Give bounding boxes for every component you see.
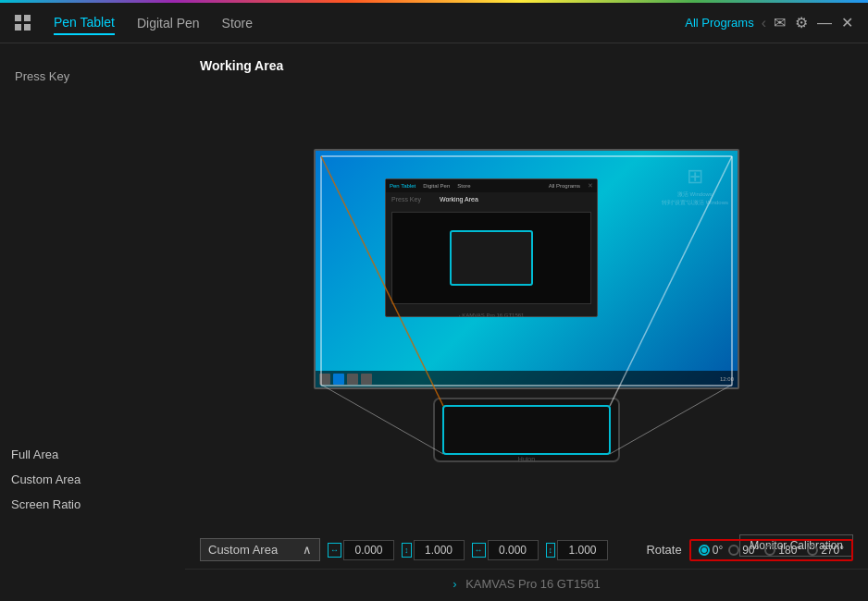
rotate-90-label: 90° <box>742 544 759 557</box>
apps-grid-icon[interactable] <box>15 15 31 31</box>
bottom-controls: Custom Area ∧ ↔ ↕ ↔ ↕ Rotate <box>185 538 868 569</box>
area-options-list: Full Area Custom Area Screen Ratio <box>0 442 185 517</box>
rotate-90-option[interactable]: 90° <box>728 544 759 557</box>
rotate-section: Rotate 0° 90° 180° <box>646 539 853 561</box>
coord-group-x2: ↔ <box>472 540 539 560</box>
coord-y1-icon: ↕ <box>402 543 412 558</box>
monitor-screen: ⊞ 激活 Windows转到"设置"以激活 Windows Pen Tablet… <box>314 149 739 389</box>
inner-close: ✕ <box>588 182 593 190</box>
windows-logo-area: ⊞ 激活 Windows转到"设置"以激活 Windows <box>662 165 728 207</box>
rotate-0-radio <box>699 545 710 556</box>
rotate-180-option[interactable]: 180° <box>764 544 801 557</box>
device-chevron-icon: › <box>453 577 456 591</box>
coord-x1-input[interactable] <box>343 540 394 560</box>
settings-icon[interactable]: ⚙ <box>795 14 808 31</box>
minimize-icon[interactable]: — <box>817 15 832 31</box>
inner-press-key: Press Key <box>391 196 421 202</box>
rotate-180-label: 180° <box>778 544 801 557</box>
svg-rect-1 <box>443 406 610 454</box>
rotate-0-option[interactable]: 0° <box>699 544 723 557</box>
sidebar-press-key[interactable]: Press Key <box>0 62 185 91</box>
rotate-90-radio <box>728 545 739 556</box>
taskbar-icon-1 <box>319 374 330 385</box>
area-option-custom1[interactable]: Custom Area <box>0 467 185 492</box>
chevron-left-icon[interactable]: ‹ <box>762 15 766 31</box>
coord-y2-icon: ↕ <box>546 543 556 558</box>
inner-section: Press Key Working Area <box>386 192 597 206</box>
coord-x1-icon: ↔ <box>328 543 341 558</box>
header-right: All Programs ‹ ✉ ⚙ — ✕ <box>685 14 853 31</box>
nav-digital-pen[interactable]: Digital Pen <box>137 12 200 34</box>
rotate-180-radio <box>764 545 775 556</box>
inner-device-name: › KAMVAS Pro 16 GT1561 <box>386 310 597 321</box>
svg-rect-0 <box>434 399 619 461</box>
main-layout: Press Key Full Area Custom Area Screen R… <box>0 43 868 598</box>
inner-nav-store: Store <box>457 183 470 189</box>
rotate-270-radio <box>807 545 818 556</box>
taskbar-icon-2 <box>333 374 344 385</box>
coord-y2-input[interactable] <box>557 540 608 560</box>
inner-working-area: Working Area <box>440 196 478 202</box>
monitor-taskbar: 12:00 <box>316 371 738 387</box>
inner-tablet-icon <box>450 230 533 286</box>
coord-x2-icon: ↔ <box>472 543 486 558</box>
inner-app-body <box>391 212 591 304</box>
chevron-up-icon: ∧ <box>303 543 312 557</box>
email-icon[interactable]: ✉ <box>774 14 786 31</box>
taskbar-icon-3 <box>347 374 358 385</box>
coord-group-x1: ↔ <box>328 540 394 560</box>
working-area-header: Working Area <box>185 43 868 73</box>
rotate-0-label: 0° <box>713 544 723 557</box>
nav-pen-tablet[interactable]: Pen Tablet <box>54 11 115 35</box>
coord-y1-input[interactable] <box>414 540 465 560</box>
header-icons: ✉ ⚙ — ✕ <box>774 14 853 31</box>
rotate-270-option[interactable]: 270° <box>807 544 844 557</box>
all-programs-label[interactable]: All Programs <box>685 16 753 30</box>
rotate-label: Rotate <box>646 543 681 557</box>
working-area-visual: ⊞ 激活 Windows转到"设置"以激活 Windows Pen Tablet… <box>185 73 868 538</box>
inner-app-header: Pen Tablet Digital Pen Store All Program… <box>386 179 597 192</box>
right-panel: Working Area ⊞ 激活 Windows转到"设置"以激活 Windo… <box>185 43 868 598</box>
area-dropdown[interactable]: Custom Area ∧ <box>200 538 320 561</box>
working-area-title: Working Area <box>200 58 283 73</box>
dropdown-selected-label: Custom Area <box>208 543 278 557</box>
header: Pen Tablet Digital Pen Store All Program… <box>0 3 868 43</box>
rotate-0-dot <box>701 547 707 553</box>
coord-group-y1: ↕ <box>402 540 465 560</box>
area-option-screen-ratio[interactable]: Screen Ratio <box>0 492 185 517</box>
svg-line-7 <box>610 385 732 454</box>
close-icon[interactable]: ✕ <box>841 14 853 31</box>
inner-app-window: Pen Tablet Digital Pen Store All Program… <box>385 178 598 317</box>
svg-line-6 <box>321 385 443 454</box>
left-panel: Press Key Full Area Custom Area Screen R… <box>0 43 185 598</box>
rotate-270-label: 270° <box>821 544 844 557</box>
coord-group-y2: ↕ <box>546 540 609 560</box>
monitor-container: ⊞ 激活 Windows转到"设置"以激活 Windows Pen Tablet… <box>314 149 739 463</box>
taskbar-icon-4 <box>361 374 372 385</box>
device-name-label: KAMVAS Pro 16 GT1561 <box>465 577 601 591</box>
area-option-full[interactable]: Full Area <box>0 442 185 467</box>
coord-x2-input[interactable] <box>488 540 539 560</box>
inner-nav-digital: Digital Pen <box>423 183 450 189</box>
nav-store[interactable]: Store <box>222 12 253 34</box>
rotate-options: 0° 90° 180° 270° <box>689 539 853 561</box>
inner-nav-programs: All Programs <box>549 183 580 189</box>
svg-text:Huion: Huion <box>518 456 535 462</box>
device-label-bar: › KAMVAS Pro 16 GT1561 <box>185 569 868 598</box>
taskbar-time: 12:00 <box>720 376 734 382</box>
inner-nav-label: Pen Tablet <box>390 183 415 189</box>
